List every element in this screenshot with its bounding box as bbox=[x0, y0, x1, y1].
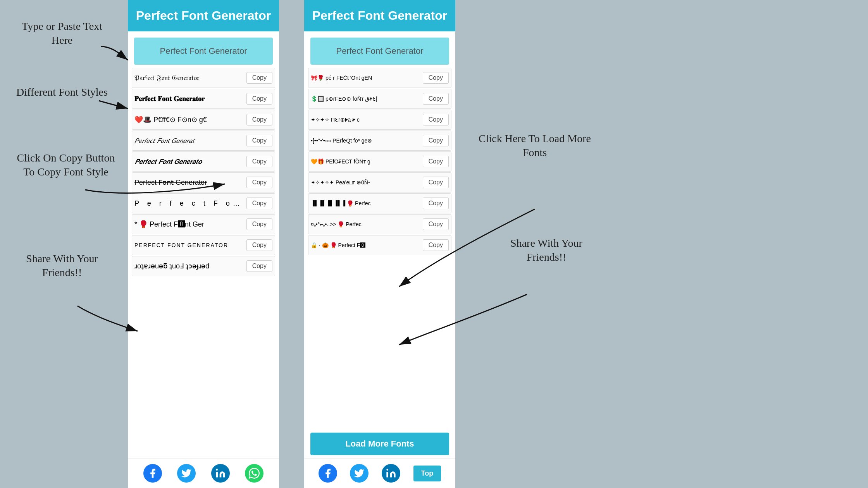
font-text: 🎀🌹 pé r FEČt 'Ont gEN bbox=[311, 75, 423, 81]
svg-point-3 bbox=[386, 469, 388, 471]
font-row: Perfect F̶o̶n̶t̶ Generator Copy bbox=[132, 172, 275, 192]
copy-button[interactable]: Copy bbox=[423, 156, 449, 167]
copy-button[interactable]: Copy bbox=[423, 135, 449, 146]
font-row: P e r f e c t F o n t Copy bbox=[132, 193, 275, 213]
linkedin-share-button-right[interactable] bbox=[382, 464, 400, 483]
font-row: 🔒 · 🎃 🥊 Perfect F🅾 Copy bbox=[308, 235, 451, 255]
font-text: 𝐏𝐞𝐫𝐟𝐞𝐜𝐭 𝐅𝐨𝐧𝐭 𝐆𝐞𝐧𝐞𝐫𝐚𝐭𝐨𝐫 bbox=[134, 95, 246, 103]
annotation-click-load: Click Here To Load More Fonts bbox=[477, 132, 593, 160]
share-bar-left bbox=[128, 458, 279, 488]
font-text: 𝔓𝔢𝔯𝔣𝔢𝔠𝔱 𝔉𝔬𝔫𝔱 𝔊𝔢𝔫𝔢𝔯𝔞𝔱𝔬𝔯 bbox=[134, 74, 246, 82]
font-text: 𝙋𝙚𝙧𝙛𝙚𝙘𝙩 𝙁𝙤𝙣𝙩 𝙂𝙚𝙣𝙚𝙧𝙖𝙩𝙤 bbox=[134, 158, 246, 166]
font-text: ✦✧✦✧ ΠƐr⊕₣ā ₣ c bbox=[311, 117, 423, 123]
twitter-share-button-right[interactable] bbox=[350, 464, 369, 483]
load-more-button[interactable]: Load More Fonts bbox=[310, 433, 449, 455]
annotation-type-paste: Type or Paste Text Here bbox=[12, 19, 112, 48]
copy-button[interactable]: Copy bbox=[423, 239, 449, 251]
right-panel-header: Perfect Font Generator bbox=[304, 0, 455, 31]
copy-button[interactable]: Copy bbox=[423, 114, 449, 125]
font-row: ¤ₐ•°⌐ₐ•..>> 🥊 Perfec Copy bbox=[308, 214, 451, 234]
font-text: ✦✧✦✧✦ Pеa'e□т ⊕0Ñ- bbox=[311, 179, 423, 186]
svg-rect-2 bbox=[386, 472, 388, 478]
right-phone-panel: Perfect Font Generator 🎀🌹 pé r FEČt 'Ont… bbox=[304, 0, 455, 488]
copy-button[interactable]: Copy bbox=[246, 72, 272, 84]
font-text: ¤ₐ•°⌐ₐ•..>> 🥊 Perfec bbox=[311, 221, 423, 227]
font-text: ❤️🎩 P€ff€⊙ F⊙n⊙ g€ bbox=[134, 115, 246, 124]
top-button[interactable]: Top bbox=[413, 466, 441, 481]
font-list-right: 🎀🌹 pé r FEČt 'Ont gEN Copy 💲🔲 p⊕rFE⊙⊙ fo… bbox=[304, 68, 455, 430]
font-text: 🧡🎁 PEfO₣ECT fÖNт g bbox=[311, 158, 423, 165]
font-row: ▐▌▐▌▐▌▐▌▐ 🥊 Perfec Copy bbox=[308, 193, 451, 213]
copy-button[interactable]: Copy bbox=[246, 177, 272, 188]
font-text: PERFECT FONT GENERATOR bbox=[134, 242, 246, 248]
facebook-share-button-right[interactable] bbox=[319, 464, 337, 483]
font-row: ✦✧✦✧✦ Pеa'e□т ⊕0Ñ- Copy bbox=[308, 172, 451, 192]
annotation-click-copy: Click On Copy Button To Copy Font Style bbox=[12, 151, 120, 179]
font-row: 💲🔲 p⊕rFE⊙⊙ foÑт ق₣Ɛ| Copy bbox=[308, 89, 451, 109]
font-text: •]••°•'•»» PErfeQt fo* ge⊗ bbox=[311, 137, 423, 144]
font-row: •]••°•'•»» PErfeQt fo* ge⊗ Copy bbox=[308, 131, 451, 151]
font-row: PERFECT FONT GENERATOR Copy bbox=[132, 235, 275, 255]
font-text: Perfect F̶o̶n̶t̶ Generator bbox=[134, 178, 246, 187]
svg-point-1 bbox=[216, 469, 218, 471]
copy-button[interactable]: Copy bbox=[246, 93, 272, 105]
font-row: 🧡🎁 PEfO₣ECT fÖNт g Copy bbox=[308, 151, 451, 172]
font-row: 𝐏𝐞𝐫𝐟𝐞𝐜𝐭 𝐅𝐨𝐧𝐭 𝐆𝐞𝐧𝐞𝐫𝐚𝐭𝐨𝐫 Copy bbox=[132, 89, 275, 109]
share-bar-right: Top bbox=[304, 458, 455, 488]
font-text: ▐▌▐▌▐▌▐▌▐ 🥊 Perfec bbox=[311, 200, 423, 206]
font-row: 𝔓𝔢𝔯𝔣𝔢𝔠𝔱 𝔉𝔬𝔫𝔱 𝔊𝔢𝔫𝔢𝔯𝔞𝔱𝔬𝔯 Copy bbox=[132, 68, 275, 88]
svg-rect-0 bbox=[216, 472, 218, 478]
annotation-different-fonts: Different Font Styles bbox=[12, 85, 112, 99]
font-text: 𝘗𝘦𝘳𝘧𝘦𝘤𝘵 𝘍𝘰𝘯𝘵 𝘎𝘦𝘯𝘦𝘳𝘢𝘵 bbox=[134, 137, 246, 145]
whatsapp-share-button[interactable] bbox=[245, 464, 264, 483]
copy-button[interactable]: Copy bbox=[423, 72, 449, 84]
font-row: * 🥊 Perfect F🅾nt Ger Copy bbox=[132, 214, 275, 234]
copy-button[interactable]: Copy bbox=[246, 198, 272, 209]
copy-button[interactable]: Copy bbox=[423, 218, 449, 230]
copy-button[interactable]: Copy bbox=[246, 135, 272, 146]
font-row: ✦✧✦✧ ΠƐr⊕₣ā ₣ c Copy bbox=[308, 110, 451, 130]
copy-button[interactable]: Copy bbox=[246, 260, 272, 272]
copy-button[interactable]: Copy bbox=[246, 156, 272, 167]
font-row: 🎀🌹 pé r FEČt 'Ont gEN Copy bbox=[308, 68, 451, 88]
linkedin-share-button[interactable] bbox=[211, 464, 230, 483]
font-list-left: 𝔓𝔢𝔯𝔣𝔢𝔠𝔱 𝔉𝔬𝔫𝔱 𝔊𝔢𝔫𝔢𝔯𝔞𝔱𝔬𝔯 Copy 𝐏𝐞𝐫𝐟𝐞𝐜𝐭 𝐅𝐨𝐧𝐭… bbox=[128, 68, 279, 458]
copy-button[interactable]: Copy bbox=[423, 93, 449, 105]
font-text: ɹoʇɐɹǝuǝƃ ʇuoℲ ʇɔǝɟɹǝd bbox=[134, 262, 246, 270]
font-row: 𝘗𝘦𝘳𝘧𝘦𝘤𝘵 𝘍𝘰𝘯𝘵 𝘎𝘦𝘯𝘦𝘳𝘢𝘵 Copy bbox=[132, 131, 275, 151]
left-panel-header: Perfect Font Generator bbox=[128, 0, 279, 31]
text-input[interactable] bbox=[134, 38, 273, 65]
annotation-share-right: Share With Your Friends!! bbox=[492, 236, 601, 265]
twitter-share-button[interactable] bbox=[177, 464, 196, 483]
copy-button[interactable]: Copy bbox=[423, 198, 449, 209]
copy-button[interactable]: Copy bbox=[423, 177, 449, 188]
font-text: 💲🔲 p⊕rFE⊙⊙ foÑт ق₣Ɛ| bbox=[311, 96, 423, 102]
annotation-share-left: Share With Your Friends!! bbox=[12, 252, 112, 280]
facebook-share-button[interactable] bbox=[143, 464, 162, 483]
font-row: ɹoʇɐɹǝuǝƃ ʇuoℲ ʇɔǝɟɹǝd Copy bbox=[132, 256, 275, 276]
font-row: 𝙋𝙚𝙧𝙛𝙚𝙘𝙩 𝙁𝙤𝙣𝙩 𝙂𝙚𝙣𝙚𝙧𝙖𝙩𝙤 Copy bbox=[132, 151, 275, 172]
font-text: * 🥊 Perfect F🅾nt Ger bbox=[134, 220, 246, 229]
left-phone-panel: Perfect Font Generator 𝔓𝔢𝔯𝔣𝔢𝔠𝔱 𝔉𝔬𝔫𝔱 𝔊𝔢𝔫𝔢… bbox=[128, 0, 279, 488]
font-text: P e r f e c t F o n t bbox=[134, 199, 246, 208]
copy-button[interactable]: Copy bbox=[246, 239, 272, 251]
copy-button[interactable]: Copy bbox=[246, 218, 272, 230]
font-text: 🔒 · 🎃 🥊 Perfect F🅾 bbox=[311, 242, 423, 248]
font-row: ❤️🎩 P€ff€⊙ F⊙n⊙ g€ Copy bbox=[132, 110, 275, 130]
copy-button[interactable]: Copy bbox=[246, 114, 272, 125]
text-input-right[interactable] bbox=[310, 38, 449, 65]
